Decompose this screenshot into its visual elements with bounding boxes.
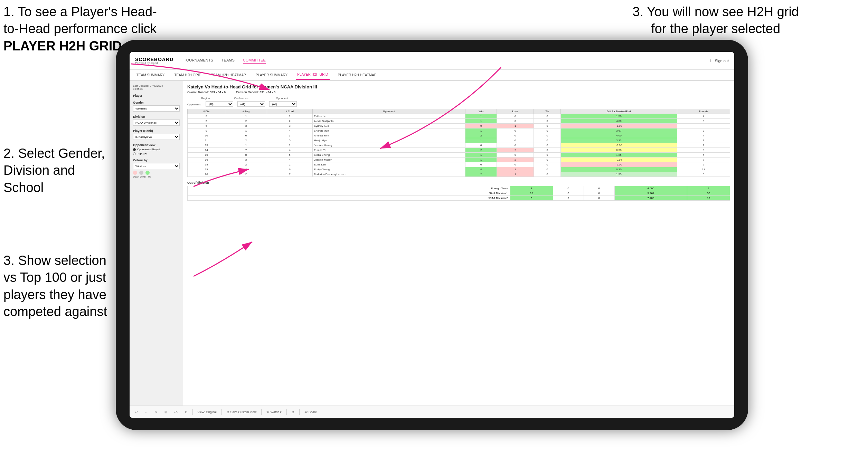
conference-header: Conference [224,97,248,100]
toolbar-redo[interactable]: ↪ [153,410,160,414]
table-row: 16 3 4 Jessica Mason 1 2 0 -0.94 7 [188,158,730,162]
sub-nav-team-summary[interactable]: TEAM SUMMARY [135,70,166,80]
colour-label-up: Up [148,175,152,178]
colour-dot-level [139,171,143,175]
division-record-label: Division Record: 331 - 34 - 6 [236,90,275,94]
logo-sub: Powered by clippd [135,62,173,65]
player-section: Player [133,94,180,97]
toolbar-separator-5 [299,409,300,415]
tablet-frame: SCOREBOARD Powered by clippd TOURNAMENTS… [116,40,748,430]
instruction-3: 3. Show selection vs Top 100 or just pla… [3,252,107,321]
nav-right: I Sign out [710,59,729,63]
toolbar-watch[interactable]: 👁 Watch ▾ [264,410,284,414]
colour-select[interactable]: Win/loss [133,163,180,169]
instruction-2a: 2. Select Gender, [3,146,105,161]
toolbar-grid[interactable]: ⊞ [162,410,169,414]
toolbar-undo[interactable]: ↩ [133,410,140,414]
toolbar-view-original[interactable]: View: Original [196,410,219,414]
radio-dot-2 [133,152,136,155]
player-rank-select[interactable]: 8. Katelyn Vo [133,134,180,140]
toolbar-separator-2 [221,409,222,415]
out-div-row: NAIA Division 1 15 0 0 9.267 30 [188,191,730,196]
col-diff: Diff Av Strokes/Rnd [561,109,677,114]
colour-dot-up [145,171,150,175]
colour-labels: Down Level Up [133,175,180,178]
player-label: Player [133,94,180,97]
instruction-2: 2. Select Gender, Division and School [3,145,105,196]
division-section: Division NCAA Division III [133,115,180,126]
toolbar-refresh[interactable]: ↩· [172,410,180,414]
colour-label-down: Down [133,175,137,178]
sign-out-link[interactable]: Sign out [715,59,729,63]
sub-nav-player-summary[interactable]: PLAYER SUMMARY [254,70,289,80]
out-div-row: NCAA Division 2 5 0 0 7.400 10 [188,196,730,201]
nav-teams[interactable]: TEAMS [221,58,235,64]
table-row: 14 7 4 Eunice Yi 2 2 0 0.38 9 [188,148,730,153]
col-tie: Tie [534,109,561,114]
div-record-value: 331 - 34 - 6 [260,90,275,94]
table-header-row: # Div # Reg # Conf Opponent Win Loss Tie… [188,109,730,114]
toolbar-share[interactable]: ≪ Share [302,410,319,414]
colour-label-level: Level [140,175,144,178]
out-of-div-label: Out of division [187,181,730,184]
table-row: 18 2 2 Euna Lee 0 0 0 -5.00 2 [188,162,730,167]
toolbar-save-custom-view[interactable]: ⊕ Save Custom View [225,410,258,414]
h2h-table: # Div # Reg # Conf Opponent Win Loss Tie… [187,109,730,177]
sub-nav-player-heatmap[interactable]: PLAYER H2H HEATMAP [337,70,378,80]
sub-navbar: TEAM SUMMARY TEAM H2H GRID TEAM H2H HEAT… [130,70,734,81]
radio-top100[interactable]: Top 100 [133,152,180,155]
timestamp-line1: Last Updated: 27/03/2024 [133,84,163,87]
filter-headers: Region Conference Opponent [187,97,730,100]
col-loss: Loss [497,109,534,114]
sidebar: Last Updated: 27/03/2024 16:55:38 Player… [130,81,183,418]
radio-label-1: Opponents Played [137,148,160,151]
main-content: Last Updated: 27/03/2024 16:55:38 Player… [130,81,734,418]
sidebar-timestamp: Last Updated: 27/03/2024 16:55:38 [133,84,180,90]
conference-filter[interactable]: (All) [237,101,265,107]
opponent-header: Opponent [262,97,288,100]
table-row: 9 1 4 Sharon Mun 1 0 0 3.67 3 [188,128,730,133]
out-of-division: Out of division Foreign Team 1 0 0 4.500… [187,181,730,201]
sub-nav-team-heatmap[interactable]: TEAM H2H HEATMAP [210,70,247,80]
region-filter[interactable]: (All) [206,101,233,107]
h2h-title: Katelyn Vo Head-to-Head Grid for Women's… [187,84,730,89]
radio-dot-selected [133,148,136,151]
gender-select[interactable]: Women's [133,105,180,112]
toolbar-separator-3 [261,409,262,415]
tablet-screen: SCOREBOARD Powered by clippd TOURNAMENTS… [130,52,734,418]
toolbar-export[interactable]: ⊕ [290,410,296,414]
opponent-view-section: Opponent view Opponents Played Top 100 [133,143,180,155]
nav-committee[interactable]: COMMITTEE [243,58,266,64]
timestamp-line2: 16:55:38 [133,87,143,90]
col-div: # Div [188,109,225,114]
instruction-1a: 1. To see a Player's Head- [3,4,157,19]
table-row: 19 10 6 Emily Chang 4 1 0 0.30 11 [188,167,730,172]
sub-nav-player-h2h-grid[interactable]: PLAYER H2H GRID [296,70,329,80]
nav-separator: I [710,59,711,63]
instruction-top-right: 3. You will now see H2H grid for the pla… [632,3,799,38]
radio-label-2: Top 100 [137,152,147,155]
colour-dots [133,171,180,175]
table-row: 5 2 2 Alexis Sudjianto 1 0 0 4.00 3 [188,119,730,124]
instruction-3a-left: 3. Show selection [3,253,106,268]
overall-label: Overall Record: [187,90,209,94]
toolbar-separator [192,409,193,415]
radio-group: Opponents Played Top 100 [133,148,180,155]
table-row: 11 2 5 Heejo Hyun 1 0 0 3.33 3 [188,138,730,143]
toolbar-back[interactable]: ← [143,410,150,414]
instruction-1c: PLAYER H2H GRID [3,39,122,53]
table-row: 6 3 3 Sydney Kuo 0 1 0 -1.00 [188,124,730,128]
div-record-label: Division Record: [236,90,259,94]
toolbar-separator-4 [286,409,287,415]
sub-nav-team-h2h-grid[interactable]: TEAM H2H GRID [173,70,203,80]
toolbar-clock[interactable]: ⊙ [183,410,190,414]
nav-tournaments[interactable]: TOURNAMENTS [184,58,213,64]
overall-record-label: Overall Record: 353 - 34 - 6 [187,90,226,94]
radio-opponents-played[interactable]: Opponents Played [133,148,180,151]
division-select[interactable]: NCAA Division III [133,120,180,126]
opponent-filter[interactable]: (All) [269,101,297,107]
gender-label: Gender [133,101,180,104]
col-win: Win [465,109,497,114]
filters-row: Opponents: (All) (All) (All) [187,101,730,107]
instruction-3d-left: competed against [3,304,107,319]
